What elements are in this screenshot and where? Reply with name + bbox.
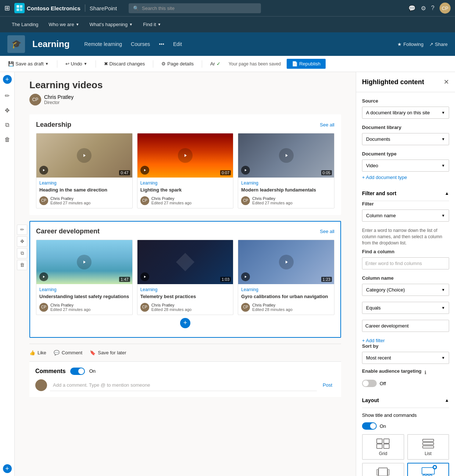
search-input[interactable] — [142, 6, 257, 11]
panel-body: Source A document library on this site ▼… — [356, 92, 455, 476]
comments-toggle-label: On — [89, 368, 96, 374]
layout-option-grid[interactable]: Grid — [362, 434, 404, 460]
nav-item-who[interactable]: Who we are ▼ — [44, 19, 83, 29]
panel-close-button[interactable]: ✕ — [444, 78, 449, 86]
move-section-button[interactable]: ✥ — [17, 236, 27, 247]
play-button-4[interactable] — [39, 272, 48, 281]
filter-dropdown[interactable]: Column name ▼ — [362, 210, 449, 222]
settings-icon[interactable]: ⚙ — [421, 5, 426, 12]
like-button[interactable]: 👍 Like — [29, 350, 46, 355]
video-thumb-3: 0:05 — [238, 133, 334, 178]
delete-tool[interactable]: 🗑 — [1, 134, 13, 146]
doc-type-dropdown[interactable]: Video ▼ — [362, 160, 449, 172]
sort-by-dropdown[interactable]: Most recent ▼ — [362, 352, 449, 364]
duration-2: 0:07 — [220, 170, 231, 175]
republish-icon: 📄 — [292, 61, 298, 67]
career-see-all[interactable]: See all — [320, 229, 334, 234]
play-button-1[interactable] — [39, 166, 48, 175]
show-title-toggle[interactable] — [362, 422, 377, 430]
doc-type-label: Document type — [362, 151, 449, 157]
save-for-later-button[interactable]: 🔖 Save for later — [90, 350, 126, 355]
discard-changes-button[interactable]: ✖ Discard changes — [102, 60, 147, 68]
add-section-top-button[interactable]: + — [3, 75, 12, 84]
svg-rect-0 — [17, 5, 19, 8]
edit-tool[interactable]: ✏ — [1, 90, 13, 101]
copy-tool[interactable]: ⧉ — [1, 119, 13, 131]
video-thumb-2: 0:07 — [137, 133, 233, 178]
comment-button[interactable]: 💬 Comment — [54, 350, 82, 355]
author-row: CP Chris Pratley Director — [29, 94, 341, 105]
search-bar[interactable]: 🔍 — [129, 3, 261, 13]
app-grid-icon[interactable]: ⊞ — [4, 4, 10, 12]
find-column-input[interactable] — [362, 257, 449, 269]
leadership-video-grid: 0:47 Learning Heading in the same direct… — [36, 133, 334, 208]
save-dropdown-arrow[interactable]: ▼ — [45, 62, 49, 66]
comments-toggle[interactable] — [70, 368, 85, 375]
save-as-draft-button[interactable]: 💾 Save as draft ▼ — [6, 60, 51, 68]
source-dropdown[interactable]: A document library on this site ▼ — [362, 107, 449, 119]
toolbar-divider-2 — [96, 60, 96, 68]
video-card-2: 0:07 Learning Lighting the spark CP Chri… — [137, 133, 234, 208]
nav-item-find[interactable]: Find it ▼ — [139, 19, 165, 29]
filter-sort-section: Filter and sort ▲ Filter Column name ▼ E… — [362, 186, 449, 387]
video-category-6: Learning — [241, 287, 331, 292]
leadership-see-all[interactable]: See all — [320, 122, 334, 128]
page-title: Learning — [32, 39, 69, 49]
svg-rect-23 — [377, 469, 378, 475]
video-edited-3: Edited 27 minutes ago — [252, 201, 292, 205]
svg-marker-13 — [286, 261, 288, 264]
following-button[interactable]: ★ Following — [397, 42, 423, 47]
layout-toggle[interactable]: Layout ▲ — [362, 393, 449, 408]
delete-section-button[interactable]: 🗑 — [17, 260, 27, 270]
author-avatar: CP — [29, 94, 41, 105]
undo-button[interactable]: ↩ Undo ▼ — [63, 60, 90, 68]
nav-courses[interactable]: Courses — [131, 41, 150, 47]
column-name-dropdown[interactable]: Category (Choice) ▼ — [362, 284, 449, 296]
column-name-value: Category (Choice) — [366, 287, 405, 293]
comments-title: Comments — [35, 368, 66, 375]
nav-edit[interactable]: Edit — [173, 41, 182, 47]
user-avatar[interactable]: CP — [440, 3, 451, 14]
layout-option-filmstrip[interactable]: Filmstrip — [407, 463, 449, 476]
layout-option-list[interactable]: List — [407, 434, 449, 460]
audience-toggle[interactable] — [362, 380, 377, 387]
nav-item-happening[interactable]: What's happening ▼ — [85, 19, 137, 29]
operator-dropdown[interactable]: Equals ▼ — [362, 302, 449, 314]
republish-button[interactable]: 📄 Republish — [287, 59, 326, 69]
duration-1: 0:47 — [119, 170, 130, 175]
filter-value-input[interactable] — [362, 320, 449, 332]
chat-icon[interactable]: 💬 — [408, 5, 416, 12]
undo-dropdown-arrow[interactable]: ▼ — [84, 62, 87, 66]
company-logo[interactable]: Contoso Electronics — [14, 3, 80, 13]
nav-remote-learning[interactable]: Remote learning — [84, 41, 122, 47]
help-icon[interactable]: ? — [431, 5, 434, 11]
content-separator — [29, 344, 341, 344]
following-label: Following — [403, 42, 423, 47]
nav-item-landing[interactable]: The Landing — [7, 19, 43, 29]
nav-chevron-find: ▼ — [158, 22, 161, 26]
post-button[interactable]: Post — [320, 381, 335, 389]
comment-input[interactable] — [50, 379, 317, 391]
duplicate-section-button[interactable]: ⧉ — [17, 248, 27, 258]
doc-library-dropdown[interactable]: Documents ▼ — [362, 133, 449, 145]
play-button-5[interactable] — [140, 272, 149, 281]
layout-options-grid: Grid List — [362, 434, 449, 476]
video-edited-6: Edited 28 minutes ago — [252, 307, 292, 312]
ar-button[interactable]: Ar ✓ — [208, 60, 223, 68]
play-button-2[interactable] — [140, 166, 149, 175]
share-button[interactable]: ↗ Share — [429, 42, 448, 47]
move-tool[interactable]: ✥ — [1, 104, 13, 116]
page-details-button[interactable]: ⚙ Page details — [159, 60, 196, 68]
nav-more[interactable]: ••• — [159, 41, 164, 47]
layout-option-carousel[interactable]: Carousel — [362, 463, 404, 476]
comments-header: Comments On — [35, 368, 335, 375]
source-value: A document library on this site — [366, 110, 430, 115]
doc-library-chevron: ▼ — [441, 137, 445, 141]
add-doc-type-button[interactable]: + Add document type — [362, 175, 449, 180]
logo-icon — [14, 3, 25, 13]
add-row-button[interactable]: + — [180, 318, 190, 328]
edit-section-button[interactable]: ✏ — [17, 225, 27, 235]
filter-sort-toggle[interactable]: Filter and sort ▲ — [362, 186, 449, 201]
add-section-bottom-button[interactable]: + — [3, 464, 12, 473]
add-filter-button[interactable]: + Add filter — [362, 338, 449, 343]
